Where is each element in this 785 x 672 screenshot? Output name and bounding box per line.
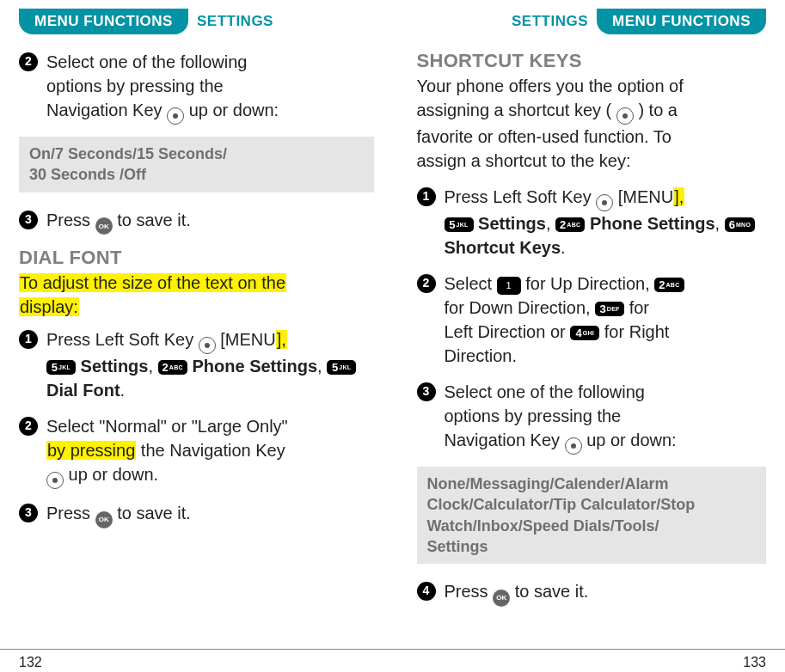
text: . [561,238,566,257]
text: Phone Settings [590,214,715,233]
step-body: Press OK to save it. [445,579,767,607]
text: Press Left Soft Key [445,187,597,206]
text: [MENU [216,330,276,349]
nav-key-icon [199,337,216,354]
step-body: Select one of the following options by p… [445,380,767,455]
ok-key-icon: OK [493,590,510,607]
text: , [148,357,157,376]
text: up or down: [184,101,279,119]
key-5-icon: 5JKL [46,360,76,375]
highlight: To adjust the size of the text on the [19,273,286,292]
highlight: ], [673,187,684,206]
text: up or down. [64,465,158,484]
text: Select one of the following [46,52,248,71]
key-2-icon: 2ABC [654,278,684,292]
options-box-right: None/Messaging/Calender/Alarm Clock/Calc… [417,467,767,564]
text: Navigation Key [46,101,167,119]
step-body: Press Left Soft Key [MENU], 5JKL Setting… [445,185,767,260]
text: for [624,298,649,317]
step-body: Press Left Soft Key [MENU], 5JKL Setting… [46,327,374,402]
step-body: Select "Normal" or "Large Only" by press… [46,414,374,489]
step-num: 2 [19,52,38,71]
left-header: MENU FUNCTIONS SETTINGS [19,9,374,34]
footer: 132 133 [0,649,785,672]
highlight: display: [19,297,79,316]
text: Watch/Inbox/Speed Dials/Tools/ [427,517,659,535]
text: up or down: [582,431,677,449]
right-header: SETTINGS MENU FUNCTIONS [417,9,767,34]
sk-step-2: 2 Select 1 for Up Direction, 2ABC for Do… [417,272,767,368]
text: Shortcut Keys [445,238,561,257]
left-page: MENU FUNCTIONS SETTINGS 2 Select one of … [0,0,393,641]
step-body: Press OK to save it. [46,501,374,528]
key-2-icon: 2ABC [555,217,585,232]
text: Settings [81,357,149,376]
key-5-icon: 5JKL [327,360,356,375]
right-page: SETTINGS MENU FUNCTIONS SHORTCUT KEYS Yo… [393,0,786,641]
text: Select [445,274,497,293]
text: Dial Font [46,381,120,400]
sk-step-3: 3 Select one of the following options by… [417,380,767,455]
page-number-left: 132 [19,655,42,670]
text: , [317,357,327,376]
step-num: 2 [417,274,436,293]
nav-key-icon [596,194,613,211]
step-body: Select 1 for Up Direction, 2ABC for Down… [445,272,767,368]
text: Your phone offers you the option of [417,76,684,95]
text: Press [46,211,95,229]
text: for Up Direction, [521,274,655,293]
ok-key-icon: OK [95,217,113,235]
step-body: Select one of the following options by p… [46,50,374,125]
text: the Navigation Key [136,441,285,460]
tab-menu-functions: MENU FUNCTIONS [19,9,188,34]
options-box-left: On/7 Seconds/15 Seconds/ 30 Seconds /Off [19,137,374,192]
step-body: Press OK to save it. [46,208,374,235]
text: to save it. [113,211,191,229]
key-4-icon: 4GHI [570,326,599,340]
text: Settings [427,538,488,555]
text: Clock/Calculator/Tip Calculator/Stop [427,496,696,513]
key-3-icon: 3DEF [595,302,624,316]
df-step-1: 1 Press Left Soft Key [MENU], 5JKL Setti… [19,327,374,402]
step-num: 3 [19,504,38,522]
key-6-icon: 6MNO [725,217,755,232]
df-step-2: 2 Select "Normal" or "Large Only" by pre… [19,414,374,489]
text: Navigation Key [445,431,565,449]
text: for Down Direction, [445,298,596,317]
highlight: ], [276,330,287,349]
text: Direction. [445,346,517,365]
nav-key-icon [616,107,634,125]
text: Select "Normal" or "Large Only" [46,417,288,436]
df-step-3: 3 Press OK to save it. [19,501,374,528]
text: Press [445,582,494,601]
text: Select one of the following [445,382,646,401]
step-num: 3 [19,211,38,229]
section-title-shortcut-keys: SHORTCUT KEYS [417,50,767,72]
text: ) to a [634,101,678,119]
sk-step-1: 1 Press Left Soft Key [MENU], 5JKL Setti… [417,185,767,260]
text: , [546,214,555,233]
text: to save it. [510,582,588,601]
highlight: by pressing [46,441,136,460]
text: . [120,381,126,400]
text: 30 Seconds /Off [29,166,146,183]
dial-font-intro: To adjust the size of the text on the di… [19,271,374,319]
step-3-left: 3 Press OK to save it. [19,208,374,235]
step-num: 1 [19,330,38,349]
shortcut-intro: Your phone offers you the option of assi… [417,74,767,173]
nav-key-icon [565,437,582,455]
text: Phone Settings [192,357,317,376]
step-num: 1 [417,187,436,206]
page-number-right: 133 [743,655,766,670]
text: options by pressing the [445,406,622,425]
text: assigning a shortcut key ( [417,101,616,119]
sk-step-4: 4 Press OK to save it. [417,579,767,607]
text: Settings [478,214,546,233]
text: Press [46,504,95,522]
subhead-settings-right: SETTINGS [512,9,588,28]
text: for Right [599,322,669,341]
subhead-settings-left: SETTINGS [197,9,273,28]
ok-key-icon: OK [95,511,113,528]
nav-key-icon [46,472,64,489]
text: assign a shortcut to the key: [417,151,631,170]
